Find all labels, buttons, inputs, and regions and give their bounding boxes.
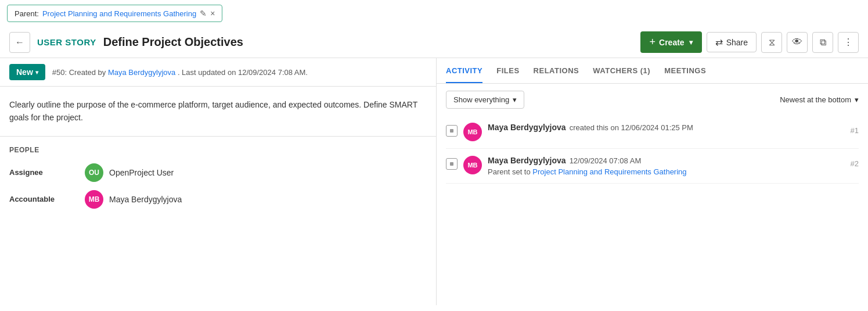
status-chevron-icon: ▾ [35, 69, 38, 76]
activity-toolbar: Show everything ▾ Newest at the bottom ▾ [437, 84, 868, 116]
status-meta-suffix: . Last updated on 12/09/2024 7:08 AM. [178, 68, 308, 77]
people-title: PEOPLE [9, 146, 427, 154]
creator-link[interactable]: Maya Berdygylyjova [108, 68, 175, 77]
activity-action-1: created this on 12/06/2024 01:25 PM [570, 123, 693, 132]
filter-chevron-icon: ▾ [513, 95, 517, 104]
people-section: PEOPLE Assignee OU OpenProject User Acco… [0, 136, 436, 226]
activity-detail-2: Parent set to Project Planning and Requi… [488, 167, 845, 176]
activity-number-2: #2 [851, 159, 859, 168]
history-icon: ⧖ [769, 37, 775, 48]
bullet-inner [450, 129, 453, 133]
description-area: Clearly outline the purpose of the e-com… [0, 87, 436, 136]
accountable-row: Accountable MB Maya Berdygylyjova [9, 190, 427, 209]
chevron-down-icon: ▾ [689, 38, 693, 47]
bullet-inner [450, 162, 453, 166]
tab-relations[interactable]: RELATIONS [534, 58, 579, 83]
story-type-badge: USER STORY [37, 37, 96, 47]
header-row: ← USER STORY Define Project Objectives +… [0, 27, 868, 58]
parent-label: Parent: [15, 9, 39, 18]
activity-header-2: Maya Berdygylyjova 12/09/2024 07:08 AM [488, 156, 845, 165]
assignee-row: Assignee OU OpenProject User [9, 163, 427, 182]
more-icon: ⋮ [844, 37, 853, 48]
plus-icon: + [650, 36, 656, 48]
activity-item: MB Maya Berdygylyjova 12/09/2024 07:08 A… [446, 149, 859, 184]
page-title: Define Project Objectives [103, 35, 633, 49]
sort-chevron-icon: ▾ [855, 95, 859, 104]
tab-files[interactable]: FILES [496, 58, 519, 83]
status-label: New [16, 67, 33, 77]
activity-number-1: #1 [851, 126, 859, 135]
filter-button[interactable]: Show everything ▾ [446, 91, 524, 109]
status-meta-text: #50: Created by [52, 68, 106, 77]
accountable-info: MB Maya Berdygylyjova [85, 190, 182, 209]
close-parent-icon[interactable]: × [210, 9, 215, 18]
share-button[interactable]: ⇄ Share [707, 32, 757, 52]
parent-link[interactable]: Project Planning and Requirements Gather… [42, 9, 196, 18]
more-button[interactable]: ⋮ [838, 32, 859, 53]
expand-icon: ⧉ [820, 37, 826, 48]
expand-button[interactable]: ⧉ [812, 32, 833, 53]
parent-bar: Parent: Project Planning and Requirement… [7, 5, 222, 22]
right-panel: ACTIVITY FILES RELATIONS WATCHERS (1) ME… [437, 58, 868, 305]
description-text: Clearly outline the purpose of the e-com… [9, 98, 427, 124]
accountable-label: Accountable [9, 195, 85, 203]
watch-icon: 👁 [792, 36, 802, 48]
activity-body-2: Maya Berdygylyjova 12/09/2024 07:08 AM P… [488, 156, 845, 176]
create-button[interactable]: + Create ▾ [640, 31, 702, 53]
activity-item: MB Maya Berdygylyjova created this on 12… [446, 116, 859, 149]
left-panel: New ▾ #50: Created by Maya Berdygylyjova… [0, 58, 437, 305]
activity-user-1: Maya Berdygylyjova [488, 123, 566, 132]
tab-activity[interactable]: ACTIVITY [446, 58, 482, 83]
status-bar: New ▾ #50: Created by Maya Berdygylyjova… [0, 58, 436, 87]
create-label: Create [659, 38, 685, 47]
activity-body-1: Maya Berdygylyjova created this on 12/06… [488, 123, 845, 132]
status-badge[interactable]: New ▾ [9, 64, 45, 80]
activity-user-2: Maya Berdygylyjova [488, 156, 566, 165]
filter-label: Show everything [453, 95, 509, 104]
assignee-info: OU OpenProject User [85, 163, 174, 182]
edit-parent-icon[interactable]: ✎ [200, 9, 207, 18]
assignee-avatar: OU [85, 163, 103, 182]
sort-label: Newest at the bottom [780, 95, 851, 104]
activity-bullet-1 [446, 125, 458, 137]
activity-bullet-2 [446, 158, 458, 170]
activity-header-1: Maya Berdygylyjova created this on 12/06… [488, 123, 845, 132]
status-meta: #50: Created by Maya Berdygylyjova . Las… [52, 68, 308, 77]
header-actions: + Create ▾ ⇄ Share ⧖ 👁 ⧉ ⋮ [640, 31, 859, 53]
activity-avatar-2: MB [463, 156, 482, 174]
activity-list: MB Maya Berdygylyjova created this on 12… [437, 116, 868, 305]
tab-meetings[interactable]: MEETINGS [664, 58, 706, 83]
parent-project-link[interactable]: Project Planning and Requirements Gather… [532, 167, 686, 176]
back-button[interactable]: ← [9, 32, 30, 53]
tab-watchers[interactable]: WATCHERS (1) [593, 58, 650, 83]
share-label: Share [726, 38, 748, 47]
activity-action-2: 12/09/2024 07:08 AM [570, 156, 642, 165]
accountable-name: Maya Berdygylyjova [109, 195, 182, 204]
assignee-name: OpenProject User [109, 168, 174, 177]
main-content: New ▾ #50: Created by Maya Berdygylyjova… [0, 58, 868, 305]
assignee-label: Assignee [9, 168, 85, 177]
sort-button[interactable]: Newest at the bottom ▾ [780, 95, 859, 104]
accountable-avatar: MB [85, 190, 103, 209]
activity-avatar-1: MB [463, 123, 482, 141]
back-icon: ← [15, 37, 24, 48]
watch-button[interactable]: 👁 [787, 32, 808, 53]
tabs-row: ACTIVITY FILES RELATIONS WATCHERS (1) ME… [437, 58, 868, 84]
history-button[interactable]: ⧖ [761, 32, 782, 53]
share-icon: ⇄ [715, 37, 723, 48]
